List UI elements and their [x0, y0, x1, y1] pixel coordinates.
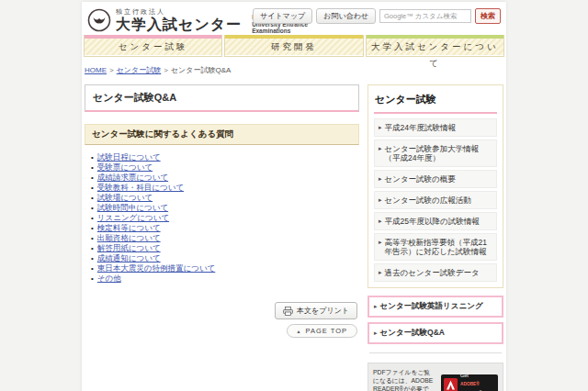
bullet-icon — [91, 163, 94, 173]
faq-link[interactable]: 検定料等について — [97, 223, 161, 232]
sitemap-button[interactable]: サイトマップ — [253, 8, 312, 24]
faq-link[interactable]: 東日本大震災の特例措置について — [97, 263, 216, 273]
faq-link[interactable]: 出願資格について — [97, 233, 161, 242]
bullet-icon — [91, 254, 94, 263]
faq-list-item: 受験教科・科目について — [91, 183, 359, 193]
arrow-right-icon — [374, 329, 378, 338]
faq-list-item: 東日本大震災の特例措置について — [91, 263, 359, 274]
bullet-icon — [91, 204, 94, 213]
arrow-right-icon — [379, 217, 382, 226]
nav-tab[interactable]: 大学入試センターについて — [366, 35, 504, 57]
faq-link[interactable]: 試験日程について — [97, 152, 161, 162]
site-name: 大学入試センター — [116, 17, 242, 32]
bullet-icon — [91, 264, 94, 274]
sidebar-menu-item-label: 過去のセンター試験データ — [385, 268, 480, 277]
adobe-reader-badge[interactable]: Get ADOBE® READER® — [441, 374, 498, 391]
main-area: センター試験Q&A センター試験に関するよくある質問 試験日程について 受験票に… — [82, 82, 506, 391]
sidebar-menu-item-label: 平成24年度試験情報 — [385, 123, 456, 132]
faq-link[interactable]: 試験場について — [97, 193, 153, 202]
nav-tab[interactable]: センター試験 — [84, 35, 222, 57]
sidebar-menu-item[interactable]: センター試験の概要 — [374, 170, 497, 188]
sidebar-menu-item-label: センター試験参加大学情報（平成24年度） — [385, 144, 492, 162]
bullet-icon — [91, 214, 94, 223]
faq-link[interactable]: 受験票について — [97, 162, 153, 172]
arrow-right-icon — [379, 123, 382, 132]
faq-list-item: 受験票について — [91, 162, 359, 173]
bullet-icon — [91, 153, 94, 162]
faq-list-item: 成績請求票について — [91, 173, 359, 183]
breadcrumb-home-link[interactable]: HOME — [85, 66, 107, 74]
contact-button[interactable]: お問い合わせ — [316, 8, 376, 24]
print-button-label: 本文をプリント — [297, 306, 349, 316]
adobe-badge-get: Get — [460, 373, 495, 378]
sidebar-menu-item[interactable]: センター試験参加大学情報（平成24年度） — [374, 140, 497, 167]
faq-section-title: センター試験に関するよくある質問 — [85, 124, 359, 145]
bullet-icon — [91, 234, 94, 243]
sidebar-menu-item[interactable]: センター試験の広報活動 — [374, 191, 497, 209]
sidebar-menu-list: 平成24年度試験情報 センター試験参加大学情報（平成24年度） センター試験の概… — [374, 118, 497, 282]
content-column: 独立行政法人 大学入試センター National Center for Univ… — [82, 2, 506, 391]
sidebar-highlight-link[interactable]: センター試験英語リスニング — [368, 296, 503, 318]
breadcrumb-separator: > — [109, 66, 114, 74]
nav-tab-label: センター試験 — [85, 39, 221, 55]
page-actions: 本文をプリント PAGE TOP — [85, 302, 359, 338]
sidebar-menu-item[interactable]: 平成24年度試験情報 — [374, 118, 497, 137]
bullet-icon — [91, 224, 94, 233]
faq-link[interactable]: 受験教科・科目について — [97, 183, 184, 192]
sidebar-menu-item-label: 高等学校新指導要領（平成21年告示）に対応した試験情報 — [385, 238, 492, 256]
sidebar-menu-item[interactable]: 過去のセンター試験データ — [374, 263, 497, 282]
page-top-button[interactable]: PAGE TOP — [287, 324, 357, 338]
sidebar-divider — [369, 352, 502, 353]
breadcrumb-section-link[interactable]: センター試験 — [117, 66, 162, 74]
header-utility: サイトマップ お問い合わせ 検索 — [253, 8, 501, 24]
breadcrumb: HOME>センター試験>センター試験Q&A — [82, 57, 506, 82]
faq-list-item: 試験場について — [91, 193, 359, 203]
faq-link[interactable]: 試験時間中について — [97, 203, 168, 212]
arrow-right-icon — [374, 302, 378, 311]
faq-list-item: 試験日程について — [91, 152, 359, 162]
nav-tab[interactable]: 研究開発 — [224, 35, 363, 57]
arrow-right-icon — [379, 174, 382, 184]
search-input[interactable] — [379, 9, 471, 23]
sidebar: センター試験 平成24年度試験情報 センター試験参加大学情報（平成24年度） セ… — [368, 84, 503, 391]
faq-link[interactable]: その他 — [97, 274, 121, 283]
arrow-up-icon — [297, 329, 302, 334]
faq-list-item: その他 — [91, 274, 359, 284]
nav-tab-label: 研究開発 — [225, 39, 362, 55]
logo-text: 独立行政法人 大学入試センター — [116, 7, 242, 32]
primary-column: センター試験Q&A センター試験に関するよくある質問 試験日程について 受験票に… — [85, 84, 359, 391]
arrow-right-icon — [379, 144, 382, 153]
sidebar-title: センター試験 — [374, 91, 497, 114]
faq-link[interactable]: リスニングについて — [97, 213, 169, 222]
sidebar-menu-item-label: 平成25年度以降の試験情報 — [385, 217, 480, 226]
sidebar-highlight-link[interactable]: センター試験Q&A — [368, 322, 503, 344]
bullet-icon — [91, 194, 94, 203]
faq-list-item: 出願資格について — [91, 233, 359, 243]
sidebar-menu-item[interactable]: 平成25年度以降の試験情報 — [374, 212, 497, 230]
sidebar-highlight-label: センター試験Q&A — [380, 328, 446, 339]
bullet-icon — [91, 274, 94, 284]
faq-list-item: 試験時間中について — [91, 203, 359, 213]
adobe-badge-brand: ADOBE® — [460, 382, 480, 386]
breadcrumb-current: センター試験Q&A — [171, 66, 231, 74]
sidebar-highlight-label: センター試験英語リスニング — [380, 301, 483, 312]
pdf-notice-text: PDFファイルをご覧になるには、ADOBE READER®が必要です。 — [373, 368, 436, 391]
sidebar-menu-item-label: センター試験の概要 — [385, 174, 456, 184]
faq-link[interactable]: 成績通知について — [97, 253, 161, 263]
sidebar-menu-item-label: センター試験の広報活動 — [385, 196, 471, 205]
sidebar-menu: センター試験 平成24年度試験情報 センター試験参加大学情報（平成24年度） セ… — [368, 84, 503, 288]
breadcrumb-separator: > — [164, 66, 168, 74]
adobe-badge-text: Get ADOBE® READER® — [460, 373, 495, 391]
arrow-right-icon — [379, 238, 382, 247]
print-button[interactable]: 本文をプリント — [275, 302, 357, 319]
faq-list-item: 検定料等について — [91, 223, 359, 233]
page-title: センター試験Q&A — [85, 84, 359, 112]
page-top-label: PAGE TOP — [305, 327, 347, 335]
faq-link[interactable]: 成績請求票について — [97, 173, 168, 182]
search-button[interactable]: 検索 — [475, 8, 501, 24]
sidebar-menu-item[interactable]: 高等学校新指導要領（平成21年告示）に対応した試験情報 — [374, 233, 497, 261]
faq-list-item: 解答用紙について — [91, 243, 359, 253]
sidebar-highlight-links: センター試験英語リスニング センター試験Q&A — [368, 296, 503, 344]
faq-link[interactable]: 解答用紙について — [97, 243, 161, 252]
printer-icon — [283, 307, 293, 316]
